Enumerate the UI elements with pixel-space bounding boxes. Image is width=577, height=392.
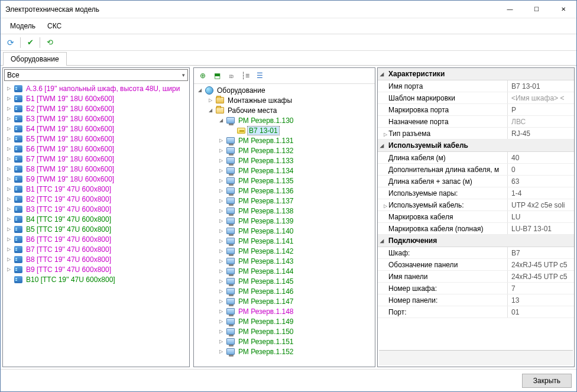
property-row[interactable]: Маркировка кабеля (полная)LU-В7 13-01 [378, 223, 574, 235]
property-row[interactable]: Шкаф:В7 [378, 247, 574, 259]
tree-item[interactable]: В7 13-01 [194, 125, 375, 135]
maximize-button[interactable]: ☐ [523, 1, 550, 18]
tree-item[interactable]: Б7 [TWM 19'' 18U 600x600] [3, 154, 189, 164]
list-view-button[interactable]: ☰ [253, 70, 266, 82]
expand-toggle[interactable] [218, 338, 225, 345]
property-row[interactable]: Номер шкафа:7 [378, 283, 574, 294]
property-row[interactable]: Маркировка кабеляLU [378, 211, 574, 223]
equipment-tree[interactable]: А.3.6 [19'' напольный шкаф, высота 48U, … [3, 82, 189, 367]
tree-item[interactable]: РМ Резерв.1.139 [194, 216, 375, 226]
expand-toggle[interactable] [218, 137, 225, 144]
refresh-button[interactable]: ⟳ [4, 36, 17, 49]
tab-equipment[interactable]: Оборудование [3, 52, 67, 66]
tree-item[interactable]: РМ Резерв.1.130 [194, 115, 375, 125]
tree-item[interactable]: РМ Резерв.1.142 [194, 246, 375, 256]
menu-model[interactable]: Модель [4, 20, 41, 33]
tree-item[interactable]: В5 [TTC 19'' 47U 600x800] [3, 224, 189, 234]
expand-toggle[interactable] [5, 105, 12, 112]
property-section-header[interactable]: ◢Используемый кабель [378, 140, 574, 152]
property-value[interactable]: ЛВС [508, 116, 574, 127]
expand-toggle[interactable] [218, 278, 225, 285]
expand-toggle[interactable] [5, 236, 12, 243]
add-node-button[interactable]: ⊕ [196, 70, 209, 82]
tree-item[interactable]: РМ Резерв.1.143 [194, 256, 375, 266]
tree-item[interactable]: Рабочие места [194, 105, 375, 115]
tree-item[interactable]: В7 [TTC 19'' 47U 600x800] [3, 244, 189, 254]
expand-toggle[interactable] [218, 228, 225, 235]
property-value[interactable]: 24xRJ-45 UTP c5 [508, 259, 574, 270]
property-value[interactable]: LU-В7 13-01 [508, 223, 574, 234]
tree-item[interactable]: РМ Резерв.1.144 [194, 266, 375, 276]
tree-item[interactable]: РМ Резерв.1.147 [194, 296, 375, 306]
expand-toggle[interactable] [5, 216, 12, 223]
property-value[interactable]: 1-4 [508, 187, 574, 199]
tree-item[interactable]: РМ Резерв.1.145 [194, 276, 375, 286]
expand-toggle[interactable] [218, 298, 225, 305]
tree-item[interactable]: В10 [TTC 19'' 47U 600x800] [3, 274, 189, 284]
tree-item[interactable]: РМ Резерв.1.137 [194, 196, 375, 206]
tree-item[interactable]: А.3.6 [19'' напольный шкаф, высота 48U, … [3, 83, 189, 93]
property-value[interactable]: 0 [508, 164, 574, 175]
expand-toggle[interactable] [218, 177, 225, 184]
tree-item[interactable]: В6 [TTC 19'' 47U 600x800] [3, 234, 189, 244]
tree-item[interactable]: В4 [TTC 19'' 47U 600x800] [3, 214, 189, 224]
property-grid[interactable]: ◢ХарактеристикиИмя портаВ7 13-01Шаблон м… [378, 68, 574, 350]
check-button[interactable]: ✔ [24, 36, 37, 49]
close-window-button[interactable]: ✕ [550, 1, 576, 18]
expand-toggle[interactable] [5, 115, 12, 122]
tree-item[interactable]: РМ Резерв.1.146 [194, 286, 375, 296]
tree-item[interactable]: Б3 [TWM 19'' 18U 600x600] [3, 114, 189, 124]
expand-toggle[interactable] [207, 107, 214, 114]
expand-toggle[interactable] [218, 318, 225, 325]
property-value[interactable]: В7 13-01 [508, 80, 574, 92]
add-child-button[interactable]: ⬒ [210, 70, 223, 82]
expand-toggle[interactable] [5, 125, 12, 132]
property-value[interactable]: В7 [508, 247, 574, 258]
tree-item[interactable]: Б2 [TWM 19'' 18U 600x600] [3, 103, 189, 114]
property-value[interactable]: UTP 4x2 c5e soli [508, 199, 574, 210]
tree-item[interactable]: Б4 [TWM 19'' 18U 600x600] [3, 124, 189, 134]
tree-item[interactable]: Б1 [TWM 19'' 18U 600x600] [3, 93, 189, 103]
tree-item[interactable]: РМ Резерв.1.131 [194, 135, 375, 145]
workplace-tree[interactable]: ОборудованиеМонтажные шкафыРабочие места… [194, 84, 375, 367]
tree-item[interactable]: Оборудование [194, 85, 375, 95]
tree-item[interactable]: В9 [TTC 19'' 47U 600x800] [3, 264, 189, 274]
property-value[interactable]: <Имя шкафа> < [508, 92, 574, 103]
property-row[interactable]: Длина кабеля (м)40 [378, 152, 574, 164]
property-value[interactable]: 13 [508, 294, 574, 306]
property-value[interactable]: 63 [508, 176, 574, 187]
property-value[interactable]: Р [508, 104, 574, 115]
property-row[interactable]: ▷ Используемый кабель:UTP 4x2 c5e soli [378, 199, 574, 211]
expand-toggle[interactable] [5, 196, 12, 203]
tree-item[interactable]: РМ Резерв.1.152 [194, 346, 375, 357]
expand-toggle[interactable] [5, 95, 12, 102]
property-value[interactable]: 01 [508, 306, 574, 318]
tree-item[interactable]: Б6 [TWM 19'' 18U 600x600] [3, 144, 189, 154]
expand-toggle[interactable] [218, 268, 225, 275]
expand-toggle[interactable] [218, 328, 225, 335]
tree-item[interactable]: Монтажные шкафы [194, 95, 375, 105]
expand-toggle[interactable] [218, 157, 225, 164]
property-value[interactable]: 40 [508, 152, 574, 163]
property-value[interactable]: RJ-45 [508, 128, 574, 139]
property-value[interactable]: 7 [508, 283, 574, 294]
expand-toggle[interactable] [218, 117, 225, 124]
property-row[interactable]: Имя портаВ7 13-01 [378, 80, 574, 92]
expand-toggle[interactable] [218, 147, 225, 154]
property-row[interactable]: Маркировка портаР [378, 104, 574, 116]
tree-item[interactable]: В8 [TTC 19'' 47U 600x800] [3, 254, 189, 264]
property-row[interactable]: Номер панели:13 [378, 294, 574, 306]
tree-item[interactable]: РМ Резерв.1.133 [194, 155, 375, 166]
expand-toggle[interactable] [218, 348, 225, 355]
property-row[interactable]: Дополнительная длина кабеля, м0 [378, 164, 574, 176]
expand-toggle[interactable] [218, 248, 225, 255]
expand-toggle[interactable] [218, 208, 225, 215]
expand-toggle[interactable] [196, 87, 203, 94]
tree-item[interactable]: Б5 [TWM 19'' 18U 600x600] [3, 134, 189, 144]
expand-toggle[interactable] [218, 238, 225, 245]
minimize-button[interactable]: — [497, 1, 523, 18]
tree-item[interactable]: РМ Резерв.1.150 [194, 326, 375, 336]
expand-toggle[interactable] [218, 218, 225, 225]
expand-toggle[interactable] [5, 246, 12, 253]
outline-button[interactable]: ⎄ [225, 70, 238, 82]
